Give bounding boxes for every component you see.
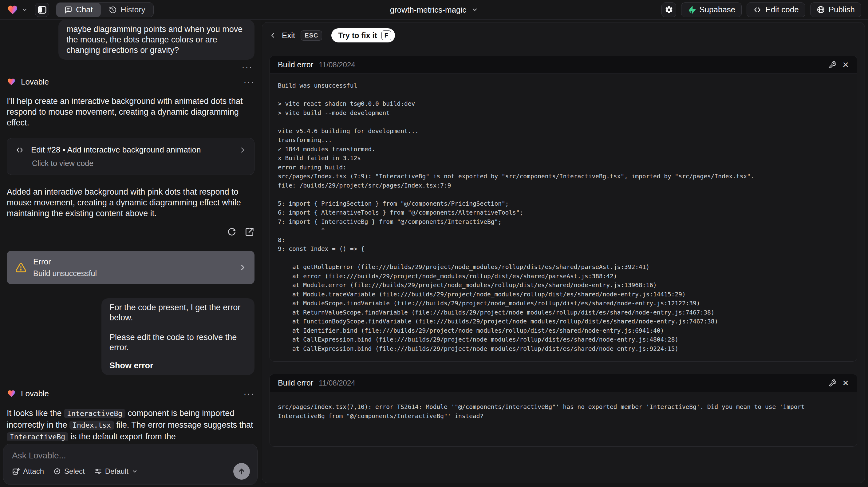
select-button[interactable]: Select	[53, 467, 85, 476]
panel-left-icon	[38, 6, 46, 14]
chevron-right-icon	[239, 146, 246, 154]
build-error-panel-1: Build error 11/08/2024 ✕ Build was unsuc…	[270, 56, 857, 362]
log-text: src/pages/Index.tsx(7,10): error TS2614:…	[278, 402, 849, 421]
error-overlay-header: Exit ESC Try to fix it F	[270, 27, 857, 43]
assistant-header: Lovable ···	[7, 387, 254, 400]
chevron-down-icon	[22, 7, 28, 13]
retry-icon[interactable]	[227, 227, 237, 237]
exit-button[interactable]: Exit ESC	[270, 30, 322, 40]
message-menu-button[interactable]: ···	[7, 60, 254, 71]
try-to-fix-button[interactable]: Try to fix it F	[331, 28, 395, 42]
app-logo-menu[interactable]	[7, 4, 28, 16]
model-selector[interactable]: Default	[94, 467, 138, 476]
build-error-log-2[interactable]: src/pages/Index.tsx(7,10): error TS2614:…	[270, 392, 857, 447]
main-layout: maybe diagramming points and when you mo…	[0, 20, 868, 487]
build-error-panel-2-header: Build error 11/08/2024 ✕	[270, 374, 857, 392]
gear-icon	[665, 5, 673, 14]
wrench-icon[interactable]	[829, 61, 837, 69]
select-label: Select	[64, 467, 85, 476]
close-icon[interactable]: ✕	[842, 379, 849, 387]
chat-panel: maybe diagramming points and when you mo…	[0, 20, 261, 487]
error-card-title: Error	[33, 257, 97, 267]
assistant-name: Lovable	[21, 389, 49, 398]
text-part: file. The error message suggests that	[114, 420, 253, 429]
build-error-log-1[interactable]: Build was unsuccessful > vite_react_shad…	[270, 74, 857, 361]
composer: Ask Lovable... Attach Select	[3, 444, 257, 485]
settings-button[interactable]	[661, 2, 676, 17]
f-key-badge: F	[381, 30, 391, 40]
supabase-label: Supabase	[699, 5, 735, 14]
attach-button[interactable]: Attach	[12, 467, 44, 476]
lovable-heart-icon	[7, 78, 16, 86]
project-switcher[interactable]: growth-metrics-magic	[390, 5, 478, 14]
edit-28-subtitle: Click to view code	[32, 159, 246, 168]
message-actions	[7, 227, 254, 237]
chevron-down-icon	[471, 6, 478, 13]
message-menu-button[interactable]: ···	[243, 388, 254, 399]
build-error-card[interactable]: Error Build unsuccessful	[7, 251, 254, 284]
tab-chat-label: Chat	[76, 5, 93, 14]
chevron-left-icon	[270, 32, 276, 39]
lovable-heart-logo	[7, 4, 19, 16]
build-error-panel-2: Build error 11/08/2024 ✕ src/pages/Index…	[270, 374, 857, 447]
panel-date: 11/08/2024	[319, 61, 355, 69]
tab-chat[interactable]: Chat	[56, 3, 101, 17]
target-icon	[53, 467, 61, 475]
topbar: Chat History growth-metrics-magic Supaba…	[0, 0, 868, 20]
user-message: maybe diagramming points and when you mo…	[58, 20, 254, 60]
history-icon	[109, 6, 117, 14]
user-message-line: For the code present, I get the error be…	[110, 303, 247, 323]
attach-label: Attach	[23, 467, 44, 476]
assistant-summary-text: Added an interactive background with pin…	[7, 187, 254, 219]
edit-code-label: Edit code	[765, 5, 799, 14]
assistant-header: Lovable ···	[7, 75, 254, 88]
arrow-up-icon	[237, 467, 246, 476]
topbar-actions: Supabase Edit code Publish	[661, 2, 861, 17]
close-icon[interactable]: ✕	[842, 61, 849, 69]
text-part: is the default export from the	[68, 432, 176, 440]
panel-title: Build error	[278, 60, 313, 69]
show-error-link[interactable]: Show error	[110, 361, 247, 371]
inline-code: InteractiveBg	[7, 432, 68, 440]
message-menu-button[interactable]: ···	[243, 77, 254, 87]
chat-input[interactable]: Ask Lovable...	[12, 451, 250, 461]
edit-28-title: Edit #28 • Add interactive background an…	[31, 145, 201, 155]
chevron-right-icon	[239, 264, 247, 272]
esc-key-badge: ESC	[301, 30, 322, 40]
log-text: Build was unsuccessful > vite_react_shad…	[278, 81, 849, 353]
error-overlay: Exit ESC Try to fix it F Build error 11/…	[262, 22, 865, 483]
user-message: For the code present, I get the error be…	[101, 298, 254, 375]
panel-title: Build error	[278, 378, 313, 387]
assistant-name: Lovable	[21, 77, 49, 87]
project-name: growth-metrics-magic	[390, 5, 467, 14]
code-brackets-icon	[15, 146, 24, 154]
publish-button[interactable]: Publish	[810, 2, 861, 17]
sliders-icon	[94, 467, 102, 475]
edit-28-card[interactable]: Edit #28 • Add interactive background an…	[7, 138, 254, 175]
edit-code-button[interactable]: Edit code	[747, 2, 805, 17]
lovable-heart-icon	[7, 389, 16, 398]
wrench-icon[interactable]	[829, 379, 837, 387]
chat-bubble-icon	[64, 6, 72, 14]
assistant-fix-text: It looks like the InteractiveBg componen…	[7, 408, 254, 440]
chat-message-list[interactable]: maybe diagramming points and when you mo…	[7, 20, 254, 440]
open-external-icon[interactable]	[245, 227, 254, 237]
supabase-button[interactable]: Supabase	[681, 2, 742, 17]
globe-icon	[817, 5, 825, 14]
assistant-intro-text: I'll help create an interactive backgrou…	[7, 96, 254, 128]
tab-history[interactable]: History	[101, 3, 153, 17]
build-error-panel-1-header: Build error 11/08/2024 ✕	[270, 56, 857, 74]
user-message-line: Please edit the code to resolve the erro…	[110, 332, 247, 353]
sidebar-toggle-button[interactable]	[35, 3, 49, 17]
code-brackets-icon	[753, 6, 762, 14]
text-part: It looks like the	[7, 408, 64, 418]
exit-label: Exit	[282, 31, 295, 40]
publish-label: Publish	[829, 5, 855, 14]
image-up-icon	[12, 467, 20, 475]
tab-history-label: History	[121, 5, 145, 14]
panel-date: 11/08/2024	[319, 379, 355, 387]
inline-code: InteractiveBg	[64, 409, 125, 418]
warning-triangle-icon	[15, 262, 27, 273]
supabase-icon	[688, 6, 695, 14]
send-button[interactable]	[233, 463, 250, 480]
